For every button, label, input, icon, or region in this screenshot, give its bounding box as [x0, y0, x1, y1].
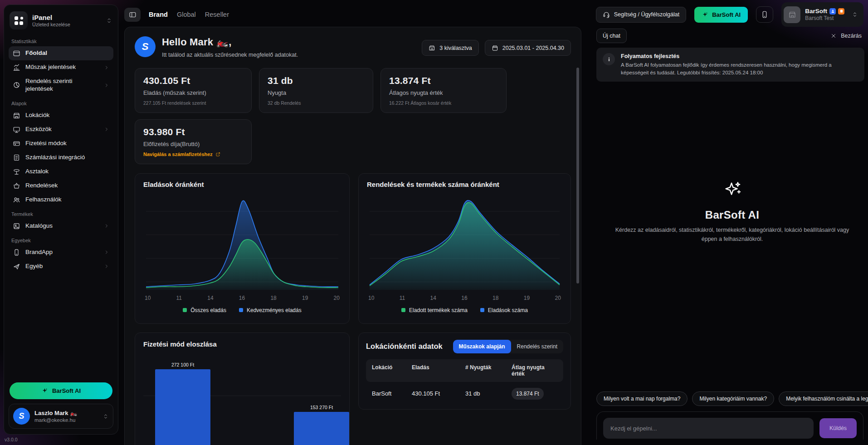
legend-item: Összes eladás	[183, 307, 226, 313]
notice-title: Folyamatos fejlesztés	[621, 53, 858, 59]
notice-body: A BarSoft AI folyamatosan fejlődik így é…	[621, 61, 858, 76]
stat-value: 31 db	[268, 75, 365, 86]
sidebar-item-felhasznalok[interactable]: Felhasználók	[9, 193, 113, 207]
stat-label: Nyugta	[268, 89, 365, 96]
stat-label: Átlagos nyugta érték	[389, 89, 498, 96]
sidebar-item-egyeb[interactable]: Egyéb	[9, 259, 113, 274]
sidebar-item-brandapp[interactable]: BrandApp	[9, 245, 113, 259]
chevron-up-down-icon	[102, 413, 109, 420]
legend-label: Kedvezményes eladás	[247, 307, 302, 313]
brand-badge-icon	[829, 8, 836, 15]
cell-sales: 430.105 Ft	[412, 390, 465, 397]
store-icon	[429, 44, 435, 51]
chart-card-orders-hourly: Rendelések és termékek száma óránként 10…	[358, 173, 571, 324]
stat-subtext: 32 db Rendelés	[268, 100, 365, 106]
sidebar-section-termekek: Termékek	[11, 211, 111, 217]
sidebar-item-muszak-jelentesek[interactable]: Műszak jelentések	[9, 60, 113, 74]
sidebar-item-rendeles-szerinti-jelentesek[interactable]: Rendelés szerinti jelentések	[9, 74, 113, 96]
chart-legend: Összes eladásKedvezményes eladás	[143, 307, 341, 313]
stat-subtext: 227.105 Ft rendelések szerint	[143, 100, 243, 106]
scrollbar-thumb[interactable]	[576, 68, 579, 284]
stat-label: Eladás (műszak szerint)	[143, 89, 243, 96]
cell-receipts: 31 db	[465, 390, 512, 397]
legend-swatch	[183, 308, 187, 312]
update-notice: Folyamatos fejlesztés A BarSoft AI folya…	[596, 48, 864, 82]
sidebar-item-label: Főoldal	[25, 49, 47, 57]
location-filter-button[interactable]: 3 kiválasztva	[422, 40, 479, 56]
sidebar-item-fooldal[interactable]: Főoldal	[9, 46, 113, 60]
barsoft-ai-sidebar-button[interactable]: BarSoft AI	[10, 382, 112, 399]
sidebar-item-label: Egyéb	[25, 263, 43, 270]
account-switcher[interactable]: BarSoft Barsoft Test	[781, 2, 863, 27]
cell-avg-badge: 13.874 Ft	[512, 388, 544, 400]
area-chart-svg	[367, 194, 562, 292]
page-subtitle: Itt találod az aktuális szűrésednek megf…	[162, 51, 298, 59]
calendar-icon	[492, 44, 498, 51]
ai-panel-title: BarSoft AI	[705, 209, 759, 221]
suggestion-chips: Milyen volt a mai nap forgalma? Milyen k…	[596, 391, 868, 406]
help-button[interactable]: Segítség / Ügyfélszolgálat	[596, 7, 687, 23]
sidebar-item-asztalok[interactable]: Asztalok	[9, 165, 113, 179]
smartphone-icon	[761, 10, 769, 19]
sidebar-item-katalogus[interactable]: Katalógus	[9, 219, 113, 233]
dashboard-panel: S Hello Mark 🏍️, Itt találod az aktuális…	[124, 27, 581, 445]
sidebar-item-rendelesek[interactable]: Rendelések	[9, 179, 113, 193]
tab-global[interactable]: Global	[177, 11, 196, 18]
suggestion-chip[interactable]: Milyen volt a mai nap forgalma?	[596, 391, 688, 406]
suggestion-chip[interactable]: Melyik felhasználóm csinálta a legna	[779, 391, 868, 406]
sidebar-item-label: Fizetési módok	[25, 140, 67, 147]
sidebar-item-szamlazasi-integracio[interactable]: Számlázási integráció	[9, 151, 113, 165]
ai-panel-description: Kérdezz az eladásaidról, statisztikákról…	[609, 226, 856, 244]
sidebar-section-statisztikak: Statisztikák	[11, 39, 111, 44]
chevron-up-down-icon[interactable]	[106, 17, 112, 24]
workspace-switcher[interactable]: iPanel Üzleted kezelése	[9, 10, 113, 34]
x-axis: 10111416181920	[367, 292, 562, 301]
tab-reseller[interactable]: Reseller	[205, 11, 229, 18]
toggle-by-orders[interactable]: Rendelés szerint	[511, 340, 563, 353]
legend-item: Eladott termékek száma	[401, 307, 468, 313]
chevron-right-icon	[104, 223, 109, 229]
tab-brand[interactable]: Brand	[149, 11, 168, 18]
close-panel-button[interactable]: Bezárás	[828, 32, 868, 39]
area-chart	[143, 194, 341, 292]
table-header-row: Lokáció Eladás # Nyugták Átlag nyugta ér…	[366, 359, 563, 382]
barsoft-ai-topbar-button[interactable]: BarSoft AI	[694, 7, 748, 23]
send-button[interactable]: Küldés	[819, 418, 857, 438]
window-icon	[13, 49, 20, 57]
x-tick: 16	[461, 295, 467, 301]
store-icon	[13, 112, 20, 119]
sparkle-icon	[41, 387, 48, 394]
topbar: Brand Global Reseller Segítség / Ügyféls…	[124, 5, 868, 24]
toggle-by-shifts[interactable]: Műszakok alapján	[453, 340, 511, 353]
user-avatar: S	[13, 408, 30, 425]
legend-label: Eladások száma	[488, 307, 528, 313]
column-header: Átlag nyugta érték	[512, 364, 557, 377]
barsoft-ai-panel: Új chat Bezárás Folyamatos fejlesztés A	[589, 27, 868, 445]
users-icon	[13, 196, 20, 204]
store-icon	[788, 10, 796, 19]
sidebar-item-label: BrandApp	[25, 249, 53, 256]
stat-label: Előfizetés díja(Bruttó)	[143, 141, 243, 147]
sidebar-item-label: Rendelés szerinti jelentések	[25, 78, 93, 93]
legend-label: Összes eladás	[190, 307, 226, 313]
sidebar: iPanel Üzleted kezelése Statisztikák Főo…	[4, 5, 118, 435]
sidebar-item-lokaciok[interactable]: Lokációk	[9, 108, 113, 122]
user-name: Laszlo Mark 🏍️	[34, 410, 77, 417]
date-range-button[interactable]: 2025.03.01 - 2025.04.30	[485, 40, 571, 56]
billing-link[interactable]: Navigálás a számlafizetéshez	[143, 152, 243, 157]
x-tick: 19	[524, 295, 530, 301]
sidebar-toggle-button[interactable]	[124, 8, 141, 22]
sidebar-item-fizetesi-modok[interactable]: Fizetési módok	[9, 137, 113, 151]
user-menu[interactable]: S Laszlo Mark 🏍️ mark@okeoke.hu	[9, 404, 113, 429]
x-tick: 18	[270, 295, 276, 301]
sidebar-item-eszkozok[interactable]: Eszközök	[9, 122, 113, 137]
sidebar-item-label: Műszak jelentések	[25, 64, 76, 71]
panel-icon	[129, 11, 137, 19]
chart-card-sales-hourly: Eladások óránként 10111416181920 Összes …	[135, 173, 350, 324]
chat-input[interactable]	[603, 418, 814, 439]
sidebar-section-alapok: Alapok	[11, 101, 111, 106]
mobile-preview-button[interactable]	[756, 6, 773, 23]
suggestion-chip[interactable]: Milyen kategóriáim vannak?	[692, 391, 774, 406]
stat-subtext: 16.222 Ft Átlagos kosár érték	[389, 100, 498, 106]
new-chat-button[interactable]: Új chat	[596, 29, 627, 43]
